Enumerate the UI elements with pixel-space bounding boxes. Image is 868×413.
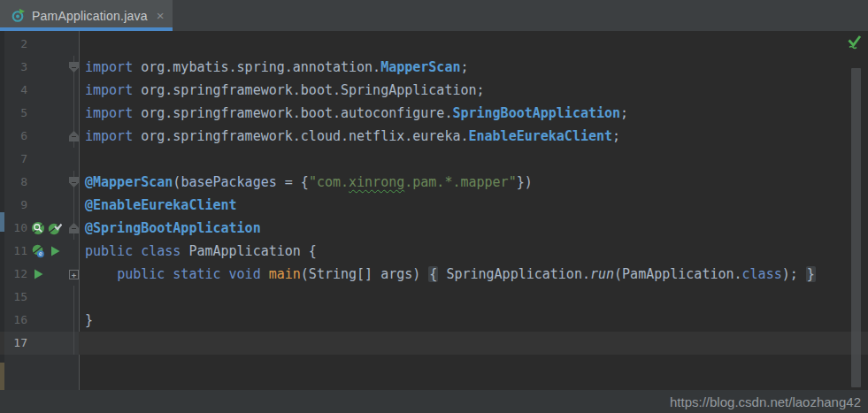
run-icon[interactable] <box>48 244 62 258</box>
code-line: 11epublic class PamApplication { <box>0 240 868 263</box>
run-icon[interactable] <box>31 267 45 281</box>
gutter-cell: 3 <box>4 56 79 79</box>
line-number[interactable]: 4 <box>4 79 29 102</box>
code-line: 3import org.mybatis.spring.annotation.Ma… <box>0 56 868 79</box>
fold-column <box>68 171 81 194</box>
code-text[interactable]: @EnableEurekaClient <box>79 194 868 217</box>
code-text[interactable]: import org.mybatis.spring.annotation.Map… <box>79 56 868 79</box>
code-line: 6import org.springframework.cloud.netfli… <box>0 125 868 148</box>
line-number[interactable]: 8 <box>4 171 29 194</box>
line-number[interactable]: 16 <box>4 309 29 332</box>
code-line: 15 <box>0 286 868 309</box>
fold-guide-line <box>73 102 74 125</box>
fold-column <box>68 309 81 332</box>
gutter-cell: 9 <box>4 194 79 217</box>
fold-marker[interactable] <box>69 62 79 73</box>
ide-window: PamApplication.java × 23import org.mybat… <box>0 0 868 413</box>
gutter-icons <box>29 171 68 194</box>
fold-guide-line <box>73 332 74 355</box>
code-text[interactable] <box>79 33 868 56</box>
fold-column <box>68 56 81 79</box>
line-number[interactable]: 3 <box>4 56 29 79</box>
gutter-icons <box>29 263 68 286</box>
gutter-icons <box>29 148 68 171</box>
fold-marker[interactable] <box>69 223 79 233</box>
line-number[interactable]: 12 <box>4 263 29 286</box>
scrollbar-thumb[interactable] <box>851 68 861 387</box>
gutter-icons <box>29 217 68 240</box>
springboot-check-icon[interactable] <box>48 221 62 235</box>
line-number[interactable]: 9 <box>4 194 29 217</box>
gutter-cell: 4 <box>4 79 79 102</box>
editor-area: 23import org.mybatis.spring.annotation.M… <box>0 31 868 390</box>
tab-title: PamApplication.java <box>32 9 148 23</box>
tab-pamapplication-java[interactable]: PamApplication.java × <box>0 0 173 31</box>
line-number[interactable]: 10 <box>4 217 29 240</box>
status-strip: https://blog.csdn.net/laozhang42 <box>0 390 868 413</box>
code-line: 7 <box>0 148 868 171</box>
panel-edge-marker <box>0 363 4 390</box>
gutter-icons <box>29 332 68 355</box>
spring-bean-icon[interactable]: e <box>31 244 45 258</box>
code-text[interactable]: public static void main(String[] args) {… <box>79 263 868 286</box>
fold-column <box>68 332 81 355</box>
code-text[interactable]: @MapperScan(basePackages = {"com.xinrong… <box>79 171 868 194</box>
code-line: 5import org.springframework.boot.autocon… <box>0 102 868 125</box>
code-text[interactable] <box>79 332 868 355</box>
code-line: 10@SpringBootApplication <box>0 217 868 240</box>
gutter-cell: 12+ <box>4 263 79 286</box>
fold-column <box>68 102 81 125</box>
code-text[interactable]: import org.springframework.boot.autoconf… <box>79 102 868 125</box>
line-number[interactable]: 17 <box>4 332 29 355</box>
editor-tab-bar: PamApplication.java × <box>0 0 868 31</box>
gutter-icons: e <box>29 240 68 263</box>
gutter-icons <box>29 286 68 309</box>
code-text[interactable]: @SpringBootApplication <box>79 217 868 240</box>
code-text[interactable] <box>79 148 868 171</box>
fold-column <box>68 217 81 240</box>
fold-column <box>68 79 81 102</box>
gutter-cell: 16 <box>4 309 79 332</box>
line-number[interactable]: 7 <box>4 148 29 171</box>
code-text[interactable] <box>79 286 868 309</box>
line-number[interactable]: 11 <box>4 240 29 263</box>
line-number[interactable]: 5 <box>4 102 29 125</box>
gutter-icons <box>29 79 68 102</box>
fold-column <box>68 240 81 263</box>
gutter-icons <box>29 102 68 125</box>
code-lines: 23import org.mybatis.spring.annotation.M… <box>0 33 868 355</box>
line-number[interactable]: 15 <box>4 286 29 309</box>
code-line: 8@MapperScan(basePackages = {"com.xinron… <box>0 171 868 194</box>
fold-marker[interactable] <box>69 177 79 187</box>
fold-column <box>68 148 81 171</box>
spring-scan-icon[interactable] <box>31 221 45 235</box>
gutter-cell: 6 <box>4 125 79 148</box>
gutter-cell: 11e <box>4 240 79 263</box>
editor-scrollbar[interactable] <box>851 31 861 390</box>
code-line: 2 <box>0 33 868 56</box>
fold-column <box>68 194 81 217</box>
code-text[interactable]: import org.springframework.cloud.netflix… <box>79 125 868 148</box>
line-number[interactable]: 6 <box>4 125 29 148</box>
code-line: 12+ public static void main(String[] arg… <box>0 263 868 286</box>
spring-boot-run-icon <box>11 8 26 23</box>
code-line: 17 <box>0 332 868 355</box>
gutter-cell: 15 <box>4 286 79 309</box>
watermark-url: https://blog.csdn.net/laozhang42 <box>670 394 868 409</box>
fold-marker[interactable] <box>69 131 79 141</box>
gutter-cell: 2 <box>4 33 79 56</box>
fold-column <box>68 125 81 148</box>
code-line: 4import org.springframework.boot.SpringA… <box>0 79 868 102</box>
close-icon[interactable]: × <box>157 8 165 23</box>
gutter-cell: 7 <box>4 148 79 171</box>
fold-expand-marker[interactable]: + <box>69 270 79 279</box>
line-number[interactable]: 2 <box>4 33 29 56</box>
code-line: 16} <box>0 309 868 332</box>
fold-column <box>68 286 81 309</box>
code-text[interactable]: } <box>79 309 868 332</box>
gutter-icons <box>29 194 68 217</box>
gutter-icons <box>29 309 68 332</box>
fold-guide-line <box>73 309 74 332</box>
code-text[interactable]: import org.springframework.boot.SpringAp… <box>79 79 868 102</box>
code-text[interactable]: public class PamApplication { <box>79 240 868 263</box>
